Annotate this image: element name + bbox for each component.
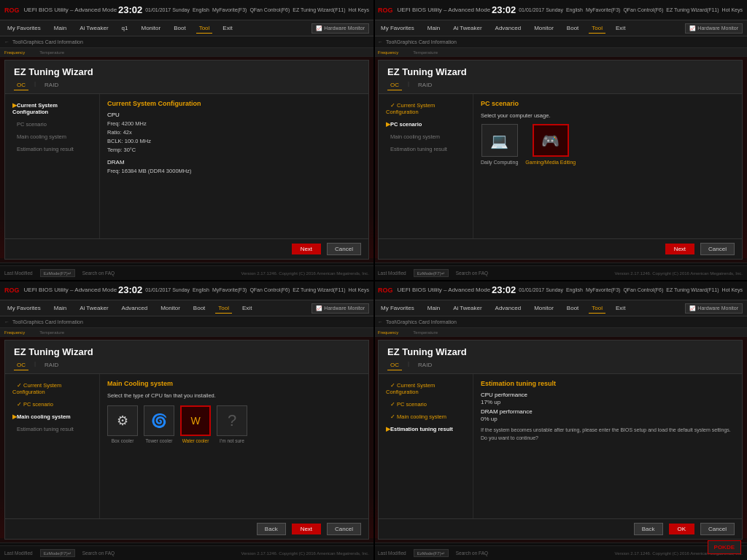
ok-btn-q4[interactable]: OK [669,524,695,534]
nav-advanced-q4[interactable]: Advanced [492,303,525,313]
scenario-daily-q2[interactable]: 💻 Daily Computing [481,124,518,165]
nav-exit-q3[interactable]: Exit [239,303,255,313]
cooling-unsure-q3[interactable]: ? I'm not sure [217,405,247,443]
next-btn-q2[interactable]: Next [665,244,694,254]
hw-monitor-btn-q3[interactable]: 📈 Hardware Monitor [311,303,369,314]
sidebar-current-config-q3[interactable]: ✓ Current System Configuration [9,380,95,397]
cancel-btn-q1[interactable]: Cancel [327,243,361,255]
ezmode-btn-q3[interactable]: EzMode(F7)↵ [40,549,75,557]
bios-time-q1: 23:02 [118,4,142,15]
cooling-container-q3: ⚙ Box cooler 🌀 Tower cooler W Water cool… [107,405,361,443]
hw-monitor-btn-q2[interactable]: 📈 Hardware Monitor [685,23,743,34]
bios-time-q2: 23:02 [492,4,516,15]
nav-monitor-q3[interactable]: Monitor [158,303,183,313]
ez-tab-oc-q2[interactable]: OC [387,80,402,90]
search-faq-q3[interactable]: Search on FAQ [82,551,115,556]
nav-myfavorites-q1[interactable]: My Favorites [4,23,44,33]
nav-main-q1[interactable]: Main [51,23,69,33]
nav-boot-q2[interactable]: Boot [564,23,581,33]
cooling-water-icon-q3: W [180,405,211,436]
cooling-water-q3[interactable]: W Water cooler [180,405,211,443]
nav-boot-q4[interactable]: Boot [564,303,581,313]
nav-monitor-q2[interactable]: Monitor [531,23,557,33]
sidebar-pc-scenario-q1[interactable]: PC scenario [9,119,95,130]
sidebar-current-config-q4[interactable]: ✓ Current System Configuration [383,380,468,397]
cancel-btn-q3[interactable]: Cancel [327,523,361,535]
nav-advanced-q1[interactable]: q1 [119,23,131,33]
sidebar-current-config-q2[interactable]: ✓ Current System Configuration [383,100,468,117]
nav-aitweaker-q3[interactable]: Ai Tweaker [77,303,111,313]
nav-main-q2[interactable]: Main [425,23,443,33]
nav-main-q4[interactable]: Main [425,303,443,313]
nav-advanced-q2[interactable]: Advanced [492,23,525,33]
nav-aitweaker-q2[interactable]: Ai Tweaker [450,23,484,33]
ez-tab-raid-q2[interactable]: RAID [415,80,435,90]
back-btn-q4[interactable]: Back [634,523,663,535]
ez-tab-oc-q3[interactable]: OC [14,360,28,370]
nav-tool-q3[interactable]: Tool [215,303,232,314]
sidebar-cooling-q1[interactable]: Main cooling system [9,131,95,142]
sidebar-current-config-q1[interactable]: Current System Configuration [9,100,95,117]
nav-myfavorites-q2[interactable]: My Favorites [378,23,417,33]
ez-header-q2: EZ Tuning Wizard OC | RAID [379,61,742,94]
back-btn-q3[interactable]: Back [257,523,286,535]
ez-tab-raid-q4[interactable]: RAID [415,360,435,370]
sidebar-cooling-q2[interactable]: Main cooling system [383,131,468,142]
nav-aitweaker-q1[interactable]: Ai Tweaker [77,23,111,33]
ezmode-btn-q2[interactable]: EzMode(F7)↵ [414,269,449,277]
scenario-gaming-q2[interactable]: 🎮 Gaming/Media Editing [525,124,576,165]
bios-qfan-q2: QFan Control(F6) [623,7,663,12]
nav-exit-q2[interactable]: Exit [613,23,628,33]
nav-myfavorites-q4[interactable]: My Favorites [378,303,417,313]
nav-boot-q3[interactable]: Boot [190,303,208,313]
ezmode-btn-q4[interactable]: EzMode(F7)↵ [414,549,449,557]
cooling-tower-q3[interactable]: 🌀 Tower cooler [144,405,174,443]
nav-tool-q4[interactable]: Tool [589,303,605,314]
sidebar-estimation-q3[interactable]: Estimation tuning result [9,424,95,435]
cancel-btn-q4[interactable]: Cancel [700,523,735,535]
ez-tab-oc-q4[interactable]: OC [387,360,402,370]
sidebar-pc-scenario-q4[interactable]: ✓ PC scenario [383,399,468,410]
sidebar-estimation-q4[interactable]: Estimation tuning result [383,424,468,435]
search-faq-q1[interactable]: Search on FAQ [82,271,115,276]
bios-topbar-q1: ROG UEFI BIOS Utility – Advanced Mode 23… [0,0,374,20]
next-btn-q3[interactable]: Next [292,524,321,534]
nav-exit-q4[interactable]: Exit [613,303,628,313]
ez-tab-raid-q1[interactable]: RAID [42,80,61,90]
nav-monitor-q4[interactable]: Monitor [531,303,557,313]
cpu-hint-q1: Frequency Temperature [0,48,374,57]
sidebar-estimation-q2[interactable]: Estimation tuning result [383,144,468,155]
hw-monitor-btn-q4[interactable]: 📈 Hardware Monitor [685,303,743,314]
nav-tool-q1[interactable]: Tool [196,23,213,34]
nav-monitor-q1[interactable]: Monitor [138,23,163,33]
estimation-note-q4: If the system becomes unstable after tun… [481,427,735,442]
sidebar-cooling-q3[interactable]: Main cooling system [9,411,95,422]
ez-buttons-q4: Back OK Cancel [379,518,742,539]
search-faq-q2[interactable]: Search on FAQ [456,271,488,276]
nav-exit-q1[interactable]: Exit [220,23,235,33]
nav-boot-q1[interactable]: Boot [171,23,188,33]
cpu-freq-hint-q3: Frequency [4,330,25,335]
bios-footer-q2: Last Modified EzMode(F7)↵ Search on FAQ … [374,265,747,280]
cancel-btn-q2[interactable]: Cancel [700,243,735,255]
sidebar-pc-scenario-q2[interactable]: PC scenario [383,119,468,130]
nav-myfavorites-q3[interactable]: My Favorites [4,303,44,313]
nav-advanced-q3[interactable]: Advanced [119,303,151,313]
sidebar-estimation-q1[interactable]: Estimation tuning result [9,144,95,155]
nav-main-q3[interactable]: Main [51,303,69,313]
ezmode-btn-q1[interactable]: EzMode(F7)↵ [40,269,75,277]
ez-tab-oc-q1[interactable]: OC [14,80,28,90]
last-modified-q2: Last Modified [378,271,406,276]
sidebar-pc-scenario-q3[interactable]: ✓ PC scenario [9,399,95,410]
ez-content-q1: Current System Configuration CPU Freq: 4… [100,94,368,256]
next-btn-q1[interactable]: Next [292,244,321,254]
nav-aitweaker-q4[interactable]: Ai Tweaker [450,303,484,313]
search-faq-q4[interactable]: Search on FAQ [456,551,488,556]
ez-tab-raid-q3[interactable]: RAID [42,360,61,370]
nav-tool-q2[interactable]: Tool [589,23,605,34]
breadcrumb-path-q1: Tool\Graphics Card Information [12,39,83,44]
bios-title-q3: UEFI BIOS Utility – Advanced Mode [24,287,118,293]
cooling-box-q3[interactable]: ⚙ Box cooler [107,405,138,443]
sidebar-cooling-q4[interactable]: ✓ Main cooling system [383,411,468,422]
hw-monitor-btn-q1[interactable]: 📈 Hardware Monitor [311,23,369,34]
